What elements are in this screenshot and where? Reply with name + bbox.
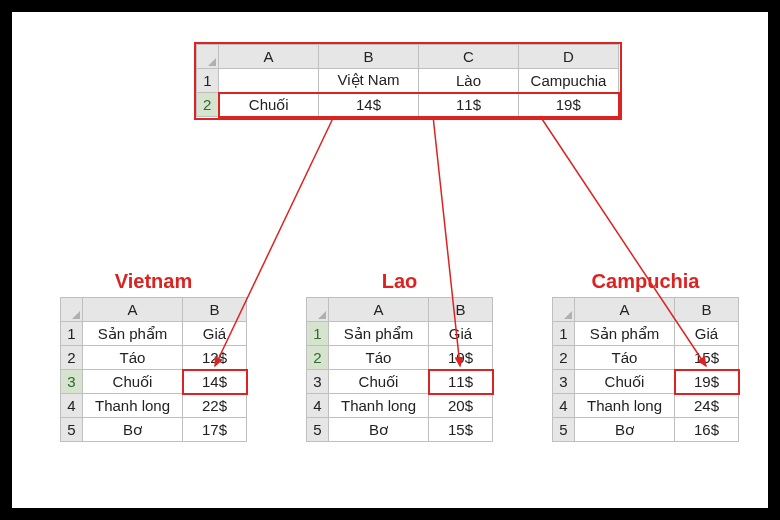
cell[interactable]: Bơ xyxy=(329,418,429,442)
cell[interactable]: Sản phẩm xyxy=(329,322,429,346)
row-header[interactable]: 3 xyxy=(553,370,575,394)
col-header[interactable]: B xyxy=(675,298,739,322)
row-header[interactable]: 4 xyxy=(307,394,329,418)
cell[interactable]: Giá xyxy=(675,322,739,346)
cell[interactable]: 20$ xyxy=(429,394,493,418)
cell[interactable]: Campuchia xyxy=(519,69,619,93)
summary-table-wrap: A B C D 1 Việt Nam Lào Campuchia 2 Chuối… xyxy=(194,42,622,120)
col-header[interactable]: A xyxy=(83,298,183,322)
row-header[interactable]: 1 xyxy=(61,322,83,346)
row-header[interactable]: 3 xyxy=(307,370,329,394)
cell[interactable]: Giá xyxy=(183,322,247,346)
col-header[interactable]: B xyxy=(429,298,493,322)
select-all-corner[interactable] xyxy=(307,298,329,322)
col-header[interactable]: A xyxy=(575,298,675,322)
cell[interactable]: Thanh long xyxy=(329,394,429,418)
cell-highlighted[interactable]: 11$ xyxy=(429,370,493,394)
cell[interactable]: 19$ xyxy=(519,93,619,117)
select-all-corner[interactable] xyxy=(61,298,83,322)
cell[interactable]: Bơ xyxy=(575,418,675,442)
diagram-canvas: A B C D 1 Việt Nam Lào Campuchia 2 Chuối… xyxy=(12,12,768,508)
row-header[interactable]: 4 xyxy=(553,394,575,418)
row-header[interactable]: 5 xyxy=(61,418,83,442)
cell[interactable]: Táo xyxy=(83,346,183,370)
col-header[interactable]: A xyxy=(219,45,319,69)
row-header[interactable]: 3 xyxy=(61,370,83,394)
cell-highlighted[interactable]: 14$ xyxy=(183,370,247,394)
select-all-corner[interactable] xyxy=(197,45,219,69)
cell[interactable]: 24$ xyxy=(675,394,739,418)
row-header[interactable]: 1 xyxy=(197,69,219,93)
cell[interactable]: 12$ xyxy=(183,346,247,370)
cell[interactable]: 11$ xyxy=(419,93,519,117)
campuchia-table: A B 1 Sản phẩm Giá 2 Táo 15$ 3 Chuối 19$… xyxy=(552,297,739,442)
cell[interactable]: Sản phẩm xyxy=(575,322,675,346)
cell[interactable]: 14$ xyxy=(319,93,419,117)
row-header[interactable]: 2 xyxy=(197,93,219,117)
row-header[interactable]: 2 xyxy=(61,346,83,370)
section-lao: Lao A B 1 Sản phẩm Giá 2 Táo 10$ 3 Chuối… xyxy=(306,270,493,442)
vietnam-table: A B 1 Sản phẩm Giá 2 Táo 12$ 3 Chuối 14$… xyxy=(60,297,247,442)
cell[interactable]: Việt Nam xyxy=(319,69,419,93)
cell[interactable]: Lào xyxy=(419,69,519,93)
row-header[interactable]: 4 xyxy=(61,394,83,418)
cell[interactable]: 15$ xyxy=(675,346,739,370)
cell[interactable]: 22$ xyxy=(183,394,247,418)
cell[interactable]: Sản phẩm xyxy=(83,322,183,346)
row-header[interactable]: 2 xyxy=(553,346,575,370)
cell[interactable]: Chuối xyxy=(219,93,319,117)
row-header[interactable]: 1 xyxy=(307,322,329,346)
cell[interactable]: Chuối xyxy=(329,370,429,394)
cell[interactable]: Bơ xyxy=(83,418,183,442)
cell[interactable] xyxy=(219,69,319,93)
cell[interactable]: Chuối xyxy=(83,370,183,394)
col-header[interactable]: C xyxy=(419,45,519,69)
cell[interactable]: 16$ xyxy=(675,418,739,442)
cell[interactable]: 10$ xyxy=(429,346,493,370)
row-header[interactable]: 5 xyxy=(553,418,575,442)
section-campuchia: Campuchia A B 1 Sản phẩm Giá 2 Táo 15$ 3… xyxy=(552,270,739,442)
row-header[interactable]: 5 xyxy=(307,418,329,442)
row-header[interactable]: 2 xyxy=(307,346,329,370)
select-all-corner[interactable] xyxy=(553,298,575,322)
col-header[interactable]: B xyxy=(183,298,247,322)
cell[interactable]: Táo xyxy=(329,346,429,370)
cell[interactable]: 15$ xyxy=(429,418,493,442)
col-header[interactable]: D xyxy=(519,45,619,69)
cell[interactable]: Chuối xyxy=(575,370,675,394)
section-title: Campuchia xyxy=(552,270,739,293)
cell[interactable]: Giá xyxy=(429,322,493,346)
cell[interactable]: Táo xyxy=(575,346,675,370)
cell-highlighted[interactable]: 19$ xyxy=(675,370,739,394)
section-title: Vietnam xyxy=(60,270,247,293)
section-title: Lao xyxy=(306,270,493,293)
cell[interactable]: Thanh long xyxy=(575,394,675,418)
cell[interactable]: Thanh long xyxy=(83,394,183,418)
summary-table: A B C D 1 Việt Nam Lào Campuchia 2 Chuối… xyxy=(196,44,620,118)
lao-table: A B 1 Sản phẩm Giá 2 Táo 10$ 3 Chuối 11$… xyxy=(306,297,493,442)
cell[interactable]: 17$ xyxy=(183,418,247,442)
section-vietnam: Vietnam A B 1 Sản phẩm Giá 2 Táo 12$ 3 C… xyxy=(60,270,247,442)
col-header[interactable]: B xyxy=(319,45,419,69)
col-header[interactable]: A xyxy=(329,298,429,322)
row-header[interactable]: 1 xyxy=(553,322,575,346)
